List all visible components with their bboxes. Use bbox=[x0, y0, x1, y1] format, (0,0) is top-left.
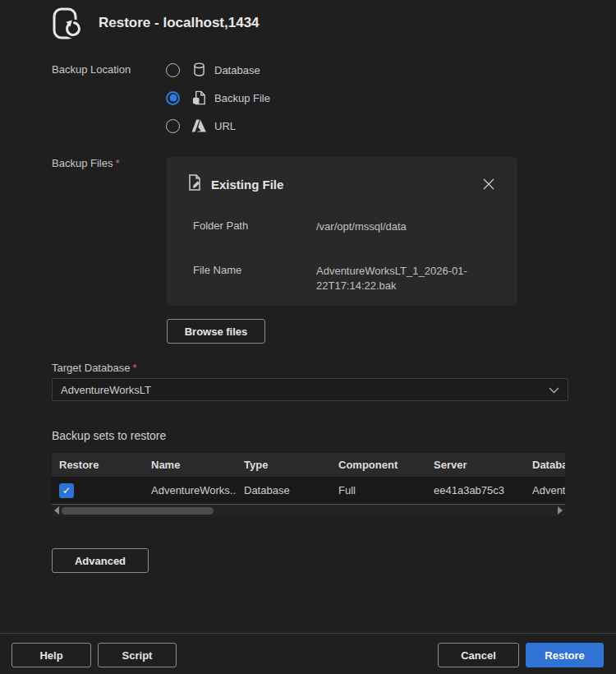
backup-sets-title: Backup sets to restore bbox=[52, 429, 166, 442]
restore-checkbox-checked[interactable]: ✓ bbox=[59, 483, 74, 498]
backup-sets-table: Restore Name Type Component Server Datab… bbox=[52, 453, 565, 516]
backup-location-radio-group: Database Backup File URL bbox=[166, 56, 270, 140]
footer-divider bbox=[0, 633, 616, 634]
radio-label: URL bbox=[214, 120, 236, 132]
radio-option-url[interactable]: URL bbox=[166, 112, 270, 140]
radio-label: Database bbox=[214, 64, 260, 76]
database-icon bbox=[190, 62, 208, 78]
restore-button[interactable]: Restore bbox=[526, 643, 604, 667]
page-title: Restore - localhost,1434 bbox=[99, 15, 260, 31]
required-marker: * bbox=[132, 362, 136, 374]
folder-path-label: Folder Path bbox=[193, 219, 316, 234]
target-database-selected-value: AdventureWorksLT bbox=[61, 384, 549, 396]
required-marker: * bbox=[115, 157, 119, 169]
close-icon[interactable] bbox=[480, 175, 498, 193]
scroll-right-icon[interactable] bbox=[555, 505, 565, 516]
radio-button[interactable] bbox=[166, 63, 180, 77]
radio-option-backup-file[interactable]: Backup File bbox=[166, 84, 270, 112]
table-header-row: Restore Name Type Component Server Datab… bbox=[52, 453, 565, 477]
radio-button-selected[interactable] bbox=[166, 91, 180, 105]
browse-files-button[interactable]: Browse files bbox=[167, 319, 265, 344]
cell-name: AdventureWorks... bbox=[144, 484, 237, 496]
advanced-button[interactable]: Advanced bbox=[52, 548, 149, 573]
cell-type: Database bbox=[237, 484, 331, 496]
column-header-type[interactable]: Type bbox=[237, 459, 331, 471]
backup-location-label: Backup Location bbox=[52, 63, 131, 76]
card-title: Existing File bbox=[211, 178, 480, 192]
column-header-name[interactable]: Name bbox=[144, 459, 237, 471]
restore-database-icon bbox=[47, 4, 86, 45]
scrollbar-track[interactable] bbox=[62, 505, 555, 516]
azure-url-icon bbox=[190, 118, 208, 134]
backup-files-label: Backup Files* bbox=[52, 157, 119, 169]
edit-file-icon bbox=[186, 173, 203, 195]
cell-database: AdventureWorksLT bbox=[525, 484, 565, 496]
target-database-label-text: Target Database bbox=[52, 362, 130, 374]
column-header-component[interactable]: Component bbox=[331, 459, 426, 471]
scrollbar-thumb[interactable] bbox=[62, 507, 214, 515]
backup-files-label-text: Backup Files bbox=[52, 157, 113, 169]
column-header-restore[interactable]: Restore bbox=[52, 459, 144, 471]
cell-component: Full bbox=[331, 484, 426, 496]
cell-server: ee41a3ab75c3 bbox=[426, 484, 525, 496]
column-header-server[interactable]: Server bbox=[426, 459, 525, 471]
radio-button[interactable] bbox=[166, 119, 180, 133]
existing-file-card: Existing File Folder Path /var/opt/mssql… bbox=[167, 157, 517, 306]
folder-path-value: /var/opt/mssql/data bbox=[316, 219, 495, 234]
file-name-label: File Name bbox=[193, 264, 316, 293]
column-header-database[interactable]: Database bbox=[525, 459, 565, 471]
horizontal-scrollbar[interactable] bbox=[52, 504, 565, 516]
file-name-field: File Name AdventureWorksLT_1_2026-01-22T… bbox=[193, 264, 495, 293]
target-database-select[interactable]: AdventureWorksLT bbox=[52, 378, 568, 401]
radio-label: Backup File bbox=[214, 92, 270, 104]
help-button[interactable]: Help bbox=[11, 643, 91, 667]
cancel-button[interactable]: Cancel bbox=[438, 643, 519, 667]
table-row[interactable]: ✓ AdventureWorks... Database Full ee41a3… bbox=[52, 477, 565, 504]
chevron-down-icon bbox=[549, 382, 559, 397]
target-database-label: Target Database* bbox=[52, 362, 136, 374]
folder-path-field: Folder Path /var/opt/mssql/data bbox=[193, 219, 495, 234]
radio-option-database[interactable]: Database bbox=[166, 56, 270, 84]
script-button[interactable]: Script bbox=[98, 643, 177, 667]
backup-file-icon bbox=[190, 90, 208, 106]
file-name-value: AdventureWorksLT_1_2026-01-22T17:14:22.b… bbox=[316, 264, 495, 293]
scroll-left-icon[interactable] bbox=[52, 505, 62, 516]
